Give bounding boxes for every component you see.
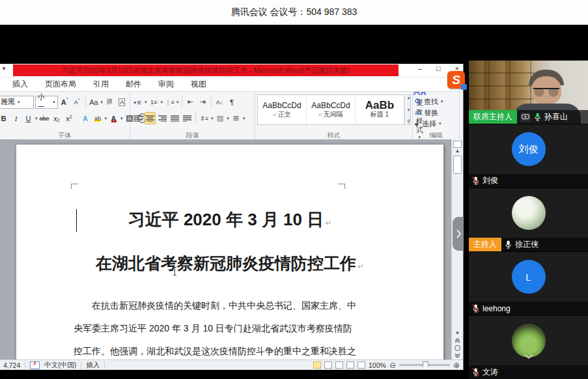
underline-button[interactable] [23,112,34,124]
style-item-no-spacing[interactable]: AaBbCcDd 无间隔 [307,95,356,124]
participant-name: 孙喜山 [544,111,568,122]
change-case-icon[interactable] [88,96,99,108]
shading-icon[interactable] [215,112,226,124]
participant-namebar: 文涛 [469,365,588,379]
sogou-input-icon[interactable]: S [447,71,465,89]
participant-tile[interactable]: 主持人 徐正侠 [469,188,588,251]
shrink-font-icon[interactable] [72,96,83,108]
borders-icon[interactable] [231,112,242,124]
align-left-button[interactable] [132,112,143,124]
zoom-out-icon[interactable]: ⊖ [389,361,396,370]
next-page-icon[interactable] [455,353,460,358]
find-button[interactable]: 查找▾ [415,97,457,107]
status-bar: 4,724 中文(中国) 插入 100% ⊖ ⊕ [0,359,463,370]
word-window: ▼ 习近平2020年3月10日在湖北省考察新冠肺炎疫情防控工作 - Micros… [0,64,464,370]
distribute-button[interactable] [182,112,193,124]
minimize-button[interactable]: – [418,64,422,72]
increase-indent-icon[interactable] [197,96,208,108]
tab-insert[interactable]: 插入 [4,77,36,91]
select-cursor-icon: ▶ [413,120,421,128]
style-item-normal[interactable]: AaBbCcDd 正文 [258,95,307,124]
scrollbar-thumb[interactable] [453,156,462,174]
subscript-button[interactable] [51,112,63,124]
mic-on-icon [534,113,541,121]
view-print-layout-button[interactable] [313,361,321,369]
font-size-select[interactable]: 小一▾ [35,96,58,109]
participant-namebar: 刘俊 [469,174,588,188]
zoom-slider[interactable] [399,364,450,366]
view-fullscreen-button[interactable] [324,361,332,369]
align-right-button[interactable] [157,112,168,124]
participant-tile[interactable]: 刘俊 刘俊 [469,124,588,188]
grow-font-icon[interactable] [59,96,70,108]
text-boundary-corner [71,184,78,189]
bold-button[interactable] [0,112,9,124]
justify-button[interactable] [169,112,180,124]
avatar [512,196,546,230]
scroll-down-icon[interactable]: ▼ [455,330,460,336]
view-outline-button[interactable] [346,361,354,369]
zoom-level[interactable]: 100% [369,361,386,369]
mic-muted-icon [472,176,479,185]
styles-gallery: AaBbCcDd 正文 AaBbCcDd 无间隔 AaBb 标题 1 [257,94,405,125]
language-indicator[interactable]: 中文(中国) [44,361,76,370]
word-count[interactable]: 4,724 [3,361,20,369]
ruler-toggle-icon[interactable] [453,141,462,148]
participant-tile[interactable]: 文涛 [469,316,588,379]
character-border-icon[interactable] [117,96,128,108]
document-page[interactable]: 习近平 2020 年 3 月 10 日 在湖北省考察新冠肺炎疫情防控工作 在抗击… [16,145,443,359]
paragraph-group: ▾ ▾ ▾ [130,92,255,140]
zoom-in-icon[interactable]: ⊕ [453,361,460,370]
font-name-select[interactable]: 雅黑▾ [0,96,34,109]
phonetic-guide-icon[interactable] [104,96,115,108]
line-spacing-icon[interactable] [199,112,210,124]
sort-icon[interactable] [214,96,225,108]
styles-gallery-scroll[interactable]: ▴▾⊽ [407,94,411,125]
tab-mailings[interactable]: 邮件 [117,77,150,91]
avatar: 刘俊 [512,132,546,166]
word-title: 习近平2020年3月10日在湖北省考察新冠肺炎疫情防控工作 - Microsof… [13,64,399,76]
quick-access-arrow-icon[interactable]: ▼ [1,66,7,72]
view-web-layout-button[interactable] [335,361,343,369]
align-center-button[interactable] [145,112,156,124]
screen: 腾讯会议 会议号：504 987 383 ▼ 习近平2020年3月10日在湖北省… [0,0,588,379]
decrease-indent-icon[interactable] [185,96,196,108]
text-cursor [76,209,77,232]
participant-tile[interactable]: L leehong [469,252,588,315]
tab-references[interactable]: 引用 [85,77,117,91]
strikethrough-button[interactable] [39,112,50,124]
view-draft-button[interactable] [357,361,365,369]
panel-collapse-handle[interactable] [453,217,464,251]
scroll-up-icon[interactable]: ▲ [455,148,460,154]
previous-page-icon[interactable] [455,338,460,343]
styles-group: AaBbCcDd 正文 AaBbCcDd 无间隔 AaBb 标题 1 ▴▾⊽ [255,92,413,140]
numbering-icon[interactable] [148,96,160,108]
superscript-button[interactable] [64,112,75,124]
italic-button[interactable] [10,112,21,124]
insert-mode-indicator[interactable]: 插入 [86,361,100,370]
replace-button[interactable]: ab 替换 [415,108,457,118]
tab-review[interactable]: 审阅 [150,77,182,91]
text-effects-icon[interactable] [80,112,91,124]
zoom-slider-thumb[interactable] [423,361,428,370]
tab-page-layout[interactable]: 页面布局 [36,77,85,91]
multilevel-list-icon[interactable] [164,96,175,108]
font-color-icon[interactable] [108,112,119,124]
style-item-heading1[interactable]: AaBb 标题 1 [356,95,404,124]
editing-group: 查找▾ ab 替换 ▶ 选择▾ 编辑 [413,92,460,140]
browse-object-icon[interactable] [455,345,460,351]
tab-view[interactable]: 视图 [182,77,215,91]
bullets-icon[interactable] [132,96,143,108]
mic-muted-icon [472,304,479,313]
show-marks-icon[interactable] [227,96,238,108]
replace-icon: ab [415,109,421,116]
participant-panel: 联席主持人 孙喜山 刘俊 [469,61,588,379]
chevron-down-icon[interactable] [524,350,534,362]
highlight-color-icon[interactable] [92,112,104,124]
participant-tile[interactable]: 联席主持人 孙喜山 [469,61,588,124]
participant-name: leehong [483,304,511,313]
document-area: 习近平 2020 年 3 月 10 日 在湖北省考察新冠肺炎疫情防控工作 在抗击… [0,139,452,359]
spellcheck-icon[interactable] [30,361,40,369]
select-button[interactable]: ▶ 选择▾ [415,119,457,129]
maximize-button[interactable]: □ [436,64,441,72]
